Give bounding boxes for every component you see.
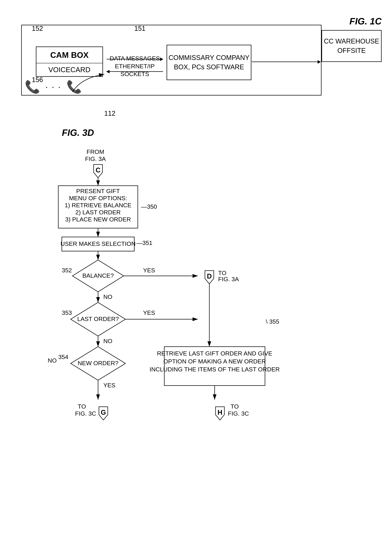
box350-line2: MENU OF OPTIONS: xyxy=(69,195,127,201)
arrow-to-warehouse xyxy=(252,62,321,62)
to-label-g: TO xyxy=(78,403,86,410)
to-fig3a-d: FIG. 3A xyxy=(218,276,239,282)
yes-label-353: YES xyxy=(143,309,155,316)
to-fig3c-g: FIG. 3C xyxy=(75,410,96,417)
connector-d-label: D xyxy=(207,273,212,280)
from-label: FROM xyxy=(86,148,104,155)
box355-line2: OPTION OF MAKING A NEW ORDER xyxy=(163,358,266,365)
cc-warehouse-box: CC WAREHOUSE OFFSITE xyxy=(321,30,382,62)
diamond-353-label: LAST ORDER? xyxy=(77,315,119,322)
box355-line3: INCLUDING THE ITEMS OF THE LAST ORDER xyxy=(150,366,280,373)
no-label-352: NO xyxy=(103,293,112,300)
ref-350: —350 xyxy=(141,203,157,210)
connector-g-label: G xyxy=(101,409,106,416)
ref-354: 354 xyxy=(58,354,68,360)
ref-352: 352 xyxy=(62,267,72,274)
commissary-box-label: COMMISSARY COMPANY BOX, PCs SOFTWARE xyxy=(168,53,249,72)
flowchart-svg: FROM FIG. 3A C PRESENT GIFT MENU OF OPTI… xyxy=(44,145,362,534)
diamond-354-label: NEW ORDER? xyxy=(78,360,118,366)
yes-label-354: YES xyxy=(103,382,115,389)
from-fig-label: FIG. 3A xyxy=(85,156,106,162)
connector-h-label: H xyxy=(218,409,222,416)
fig3d-title: FIG. 3D xyxy=(62,127,371,138)
commissary-company-box: COMMISSARY COMPANY BOX, PCs SOFTWARE xyxy=(166,45,251,80)
box355-line1: RETRIEVE LAST GIFT ORDER AND GIVE xyxy=(157,350,272,357)
phone-to-commissary-arrow xyxy=(73,64,126,99)
cam-box-label: CAM BOX xyxy=(36,47,102,63)
arrow-label-line1: DATA MESSAGES xyxy=(106,55,163,62)
box351-label: USER MAKES SELECTION xyxy=(60,240,135,247)
box350-line4: 2) LAST ORDER xyxy=(75,209,121,216)
no-label-354: NO xyxy=(48,357,57,364)
phone-dots: · · · xyxy=(45,82,61,92)
to-fig3c-h: FIG. 3C xyxy=(228,410,249,417)
connector-c-label: C xyxy=(96,166,100,174)
yes-label-352: YES xyxy=(143,267,155,274)
to-label-h: TO xyxy=(231,403,239,410)
box350-line1: PRESENT GIFT xyxy=(76,188,120,194)
cc-warehouse-label: CC WAREHOUSE OFFSITE xyxy=(324,37,379,55)
phone-icon-left: 📞 xyxy=(25,80,40,94)
ref-353: 353 xyxy=(62,309,72,316)
diamond-352-label: BALANCE? xyxy=(82,272,114,279)
fig1c-title: FIG. 1C xyxy=(349,16,382,27)
fig3d-section: FIG. 3D FROM FIG. 3A C PRESENT GIFT MENU… xyxy=(35,127,371,534)
ref-351: —351 xyxy=(136,239,153,246)
ref-112: 112 xyxy=(104,110,115,117)
arrow-data-right xyxy=(106,59,163,59)
box350-line5: 3) PLACE NEW ORDER xyxy=(65,216,131,223)
ref-355: \ 355 xyxy=(266,318,279,325)
no-label-353: NO xyxy=(103,338,112,344)
box350-line3: 1) RETRIEVE BALANCE xyxy=(65,202,132,209)
to-label-d: TO xyxy=(218,270,226,276)
